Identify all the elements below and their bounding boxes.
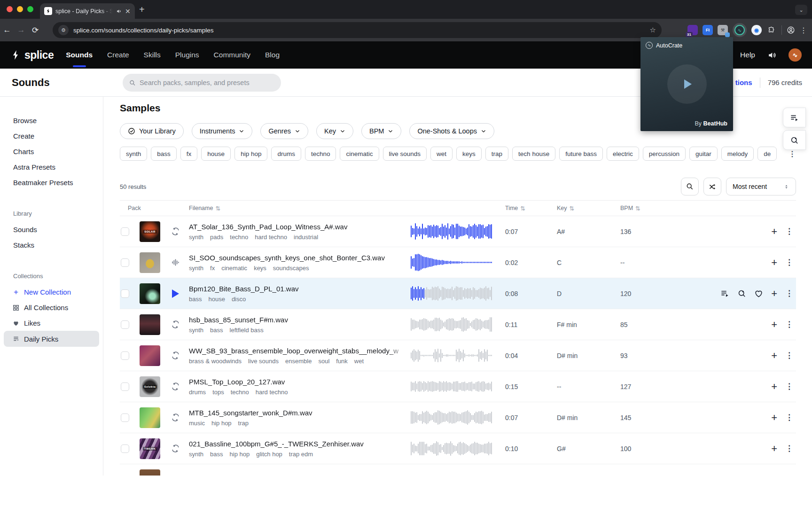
column-time[interactable]: Time⇅: [505, 205, 557, 212]
sample-tag[interactable]: ensemble: [285, 358, 312, 365]
tool-extension-icon[interactable]: ⚒: [718, 25, 728, 35]
more-options-icon[interactable]: ⋮: [785, 289, 793, 298]
pack-art[interactable]: [140, 407, 160, 428]
add-icon[interactable]: +: [771, 444, 777, 453]
table-row[interactable]: WW_SB_93_brass_ensemble_loop_overweight_…: [120, 340, 796, 371]
tag-chip[interactable]: synth: [120, 147, 147, 161]
tag-chip[interactable]: tech house: [512, 147, 555, 161]
fig-extension-icon[interactable]: FI: [703, 25, 713, 35]
pack-art[interactable]: [140, 345, 160, 366]
sample-tag[interactable]: glitch hop: [256, 451, 282, 458]
more-options-icon[interactable]: ⋮: [785, 413, 793, 422]
pack-art[interactable]: [140, 469, 160, 476]
user-avatar[interactable]: ∿: [789, 48, 802, 62]
more-options-icon[interactable]: ⋮: [785, 320, 793, 329]
waveform[interactable]: [411, 252, 493, 273]
column-bpm[interactable]: BPM⇅: [620, 205, 681, 212]
table-row[interactable]: Bpm120_Bite_Bass_D_PL_01.wav basshousedi…: [120, 278, 796, 309]
sample-mode[interactable]: [167, 289, 184, 298]
macos-close-button[interactable]: [7, 6, 13, 12]
add-icon[interactable]: +: [771, 320, 777, 329]
subscriptions-link[interactable]: tions: [735, 78, 752, 86]
sample-tag[interactable]: hip hop: [211, 420, 232, 427]
extensions-puzzle-icon[interactable]: [766, 25, 777, 35]
tag-chip[interactable]: melody: [721, 147, 754, 161]
filter-one-shots-loops[interactable]: One-Shots & Loops: [409, 123, 494, 139]
column-filename[interactable]: Filename⇅: [189, 205, 411, 212]
row-checkbox[interactable]: [121, 445, 129, 453]
waveform[interactable]: [411, 314, 493, 335]
sample-mode[interactable]: [167, 413, 184, 422]
row-checkbox[interactable]: [121, 227, 129, 236]
sample-tag[interactable]: drums: [189, 389, 206, 396]
sample-tag[interactable]: leftfield bass: [230, 327, 264, 334]
calendar-extension-icon[interactable]: 31: [687, 25, 698, 35]
sample-tag[interactable]: house: [208, 296, 225, 303]
nav-item-plugins[interactable]: Plugins: [175, 48, 199, 62]
sample-mode[interactable]: [167, 258, 184, 267]
more-options-icon[interactable]: ⋮: [785, 351, 793, 360]
row-checkbox[interactable]: [121, 289, 129, 298]
column-key[interactable]: Key⇅: [557, 205, 620, 212]
add-icon[interactable]: +: [771, 351, 777, 360]
nav-item-skills[interactable]: Skills: [144, 48, 161, 62]
row-checkbox[interactable]: [121, 320, 129, 329]
pack-art[interactable]: [140, 252, 160, 273]
tag-chip[interactable]: trap: [485, 147, 508, 161]
sample-tag[interactable]: hip hop: [230, 451, 250, 458]
sample-filename[interactable]: SI_SOO_soundscapes_synth_keys_one_shot_B…: [189, 254, 406, 262]
browser-tab[interactable]: splice - Daily Picks - Samp ✕: [40, 3, 135, 19]
sample-filename[interactable]: PMSL_Top_Loop_20_127.wav: [189, 378, 406, 386]
sample-tag[interactable]: fx: [210, 265, 215, 272]
sidebar-item-browse[interactable]: Browse: [0, 113, 103, 128]
sample-filename[interactable]: hsb_bass_85_sunset_F#m.wav: [189, 316, 406, 324]
table-row[interactable]: TWERK 021_Bassline_100bpm_G#5_-_TWERKS_Z…: [120, 433, 796, 464]
sidebar-item-sounds[interactable]: Sounds: [0, 222, 103, 237]
url-text[interactable]: splice.com/sounds/collections/daily-pick…: [73, 27, 645, 34]
chips-overflow-kebab-icon[interactable]: ⋮: [789, 149, 796, 158]
tag-chip[interactable]: cinematic: [340, 147, 379, 161]
sample-tag[interactable]: industrial: [294, 234, 318, 241]
macos-maximize-button[interactable]: [27, 6, 33, 12]
sample-filename[interactable]: WW_SB_93_brass_ensemble_loop_overweight_…: [189, 347, 406, 355]
sidebar-item-astra-presets[interactable]: Astra Presets: [0, 159, 103, 175]
sample-filename[interactable]: Bpm120_Bite_Bass_D_PL_01.wav: [189, 285, 406, 293]
waveform[interactable]: [411, 221, 493, 242]
row-checkbox[interactable]: [121, 258, 129, 267]
sample-tag[interactable]: synth: [189, 451, 203, 458]
sidebar-item-all-collections[interactable]: All Collections: [0, 300, 103, 315]
sample-tag[interactable]: synth: [189, 327, 203, 334]
row-checkbox[interactable]: [121, 382, 129, 391]
sample-mode[interactable]: [167, 227, 184, 236]
find-similar-icon[interactable]: [737, 289, 746, 298]
sample-tag[interactable]: trap: [238, 420, 249, 427]
sample-mode[interactable]: [167, 351, 184, 360]
table-row[interactable]: SOULSURPLUS_retrograde_one_shot_piano_Eb…: [120, 464, 796, 476]
add-icon[interactable]: +: [771, 289, 777, 298]
sound-toggle-icon[interactable]: [767, 51, 776, 60]
address-bar[interactable]: ⚙ splice.com/sounds/collections/daily-pi…: [53, 22, 662, 38]
tag-chip[interactable]: electric: [607, 147, 639, 161]
waveform[interactable]: [411, 283, 493, 304]
tag-chip[interactable]: wet: [430, 147, 453, 161]
like-icon[interactable]: [754, 289, 763, 298]
tab-audio-icon[interactable]: [116, 8, 122, 14]
sample-tag[interactable]: hard techno: [256, 389, 288, 396]
bookmark-star-icon[interactable]: ☆: [650, 26, 656, 34]
tag-chip[interactable]: drums: [271, 147, 301, 161]
waveform[interactable]: [411, 438, 493, 459]
nav-item-create[interactable]: Create: [107, 48, 129, 62]
sample-mode[interactable]: [167, 444, 184, 453]
sample-tag[interactable]: techno: [230, 234, 248, 241]
sample-tag[interactable]: hard techno: [255, 234, 287, 241]
pack-art[interactable]: SOLAR: [140, 221, 160, 242]
add-icon[interactable]: +: [771, 413, 777, 422]
profile-icon[interactable]: [787, 26, 795, 34]
sample-tag[interactable]: keys: [254, 265, 266, 272]
sample-filename[interactable]: MTB_145_songstarter_wonk_D#m.wav: [189, 409, 406, 417]
sample-tag[interactable]: cinematic: [221, 265, 247, 272]
sidebar-item-likes[interactable]: Likes: [0, 315, 103, 331]
waveform[interactable]: [411, 407, 493, 428]
sample-tag[interactable]: synth: [189, 234, 203, 241]
add-to-queue-icon[interactable]: [720, 289, 729, 298]
